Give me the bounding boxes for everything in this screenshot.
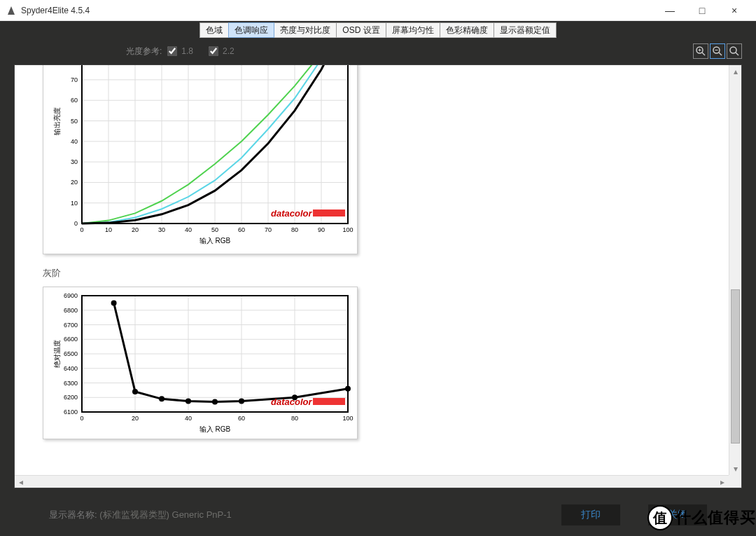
svg-text:0: 0 — [80, 415, 83, 422]
svg-text:datacolor: datacolor — [271, 397, 312, 407]
gamma-22-checkbox[interactable] — [209, 46, 218, 56]
svg-point-93 — [186, 398, 191, 404]
svg-point-91 — [132, 389, 138, 394]
zoom-fit-button[interactable] — [727, 43, 742, 59]
grayscale-chart: 0204060801006100620063006400650066006700… — [43, 287, 358, 439]
svg-point-94 — [212, 399, 218, 404]
footer-actions: 打印 关闭 — [561, 504, 707, 525]
grayscale-svg: 0204060801006100620063006400650066006700… — [43, 287, 358, 440]
svg-text:6600: 6600 — [64, 336, 78, 343]
tone-response-svg: 0102030405060708090100010203040506070809… — [43, 65, 358, 255]
zoom-fit-icon — [729, 46, 740, 57]
app-shell: 色域 色调响应 亮度与对比度 OSD 设置 屏幕均匀性 色彩精确度 显示器额定值… — [0, 21, 756, 536]
svg-text:6900: 6900 — [64, 292, 78, 299]
tone-response-chart: 0102030405060708090100010203040506070809… — [43, 65, 358, 254]
tab-osd-settings[interactable]: OSD 设置 — [336, 22, 386, 38]
svg-text:50: 50 — [211, 226, 218, 233]
scroll-corner — [729, 475, 741, 488]
svg-rect-58 — [313, 209, 345, 217]
chart-viewport: 0102030405060708090100010203040506070809… — [14, 64, 742, 488]
svg-text:0: 0 — [74, 220, 78, 227]
gamma-18-checkbox[interactable] — [167, 46, 177, 56]
viewport-inner: 0102030405060708090100010203040506070809… — [15, 65, 729, 475]
svg-text:30: 30 — [71, 158, 78, 165]
svg-text:6100: 6100 — [64, 408, 78, 415]
gamma-ref-label: 光度参考: — [126, 46, 162, 57]
svg-text:40: 40 — [185, 415, 192, 422]
vscroll-thumb[interactable] — [731, 289, 740, 444]
svg-point-90 — [111, 300, 117, 305]
vscroll-track[interactable] — [729, 78, 741, 462]
minimize-button[interactable]: — — [654, 0, 686, 21]
zoom-in-button[interactable] — [693, 43, 708, 59]
svg-text:20: 20 — [132, 226, 139, 233]
svg-point-92 — [159, 396, 164, 401]
tab-monitor-rating[interactable]: 显示器额定值 — [493, 22, 556, 38]
svg-point-97 — [345, 386, 351, 392]
svg-text:输出亮度: 输出亮度 — [53, 107, 61, 135]
maximize-button[interactable]: □ — [686, 0, 718, 21]
zoom-out-icon — [712, 46, 723, 57]
tab-color-accuracy[interactable]: 色彩精确度 — [440, 22, 494, 38]
scroll-left-arrow[interactable]: ◂ — [15, 476, 27, 488]
svg-text:6200: 6200 — [64, 394, 78, 401]
svg-line-9 — [736, 53, 738, 55]
grayscale-title: 灰阶 — [43, 267, 715, 280]
zoom-tools — [693, 43, 742, 59]
svg-marker-0 — [8, 6, 15, 15]
svg-point-95 — [239, 398, 244, 404]
gamma-22-option: 2.2 — [209, 46, 234, 56]
svg-text:30: 30 — [158, 226, 165, 233]
close-report-button[interactable]: 关闭 — [648, 504, 707, 525]
svg-text:70: 70 — [265, 226, 272, 233]
svg-text:6800: 6800 — [64, 307, 78, 314]
svg-line-2 — [702, 53, 705, 55]
close-button[interactable]: × — [718, 0, 750, 21]
scroll-right-arrow[interactable]: ▸ — [716, 476, 729, 488]
svg-text:输入 RGB: 输入 RGB — [200, 237, 231, 245]
zoom-out-button[interactable] — [710, 43, 725, 59]
svg-text:70: 70 — [71, 76, 78, 83]
svg-text:100: 100 — [342, 226, 353, 233]
svg-text:40: 40 — [185, 226, 192, 233]
svg-text:6400: 6400 — [64, 365, 78, 372]
svg-text:datacolor: datacolor — [271, 208, 312, 219]
tab-gamut[interactable]: 色域 — [200, 22, 229, 38]
svg-text:6500: 6500 — [64, 350, 78, 357]
svg-text:输入 RGB: 输入 RGB — [200, 425, 231, 433]
monitor-name-label: 显示器名称: — [49, 509, 97, 521]
footer: 显示器名称: (标准监视器类型) Generic PnP-1 打印 关闭 — [0, 494, 756, 536]
monitor-name-value: (标准监视器类型) Generic PnP-1 — [99, 509, 232, 521]
horizontal-scrollbar[interactable]: ◂ ▸ — [15, 475, 729, 488]
tab-uniformity[interactable]: 屏幕均匀性 — [386, 22, 440, 38]
svg-text:10: 10 — [105, 226, 112, 233]
window-controls: — □ × — [654, 0, 750, 21]
gamma-18-option: 1.8 — [167, 46, 193, 56]
gamma-22-value: 2.2 — [223, 46, 234, 56]
app-title: Spyder4Elite 4.5.4 — [21, 6, 90, 15]
svg-text:绝对温度: 绝对温度 — [53, 340, 61, 368]
svg-text:6700: 6700 — [64, 322, 78, 329]
svg-text:20: 20 — [71, 179, 78, 186]
svg-point-8 — [730, 47, 736, 53]
tab-bar: 色域 色调响应 亮度与对比度 OSD 设置 屏幕均匀性 色彩精确度 显示器额定值 — [0, 21, 756, 38]
svg-text:90: 90 — [318, 226, 325, 233]
app-icon — [6, 5, 17, 16]
svg-text:0: 0 — [80, 226, 83, 233]
svg-text:10: 10 — [71, 200, 78, 207]
print-button[interactable]: 打印 — [561, 504, 620, 525]
svg-text:50: 50 — [71, 118, 78, 125]
options-row: 光度参考: 1.8 2.2 — [0, 38, 756, 64]
svg-rect-101 — [313, 398, 345, 405]
tab-brightness-contrast[interactable]: 亮度与对比度 — [274, 22, 337, 38]
vertical-scrollbar[interactable]: ▴ ▾ — [729, 65, 741, 475]
tab-tone-response[interactable]: 色调响应 — [228, 22, 274, 38]
svg-text:60: 60 — [238, 226, 245, 233]
hscroll-track[interactable] — [27, 476, 716, 488]
scroll-down-arrow[interactable]: ▾ — [729, 462, 741, 475]
svg-text:60: 60 — [71, 97, 78, 104]
zoom-in-icon — [695, 46, 706, 57]
svg-line-6 — [719, 53, 722, 55]
svg-text:80: 80 — [291, 415, 298, 422]
scroll-up-arrow[interactable]: ▴ — [729, 65, 741, 78]
